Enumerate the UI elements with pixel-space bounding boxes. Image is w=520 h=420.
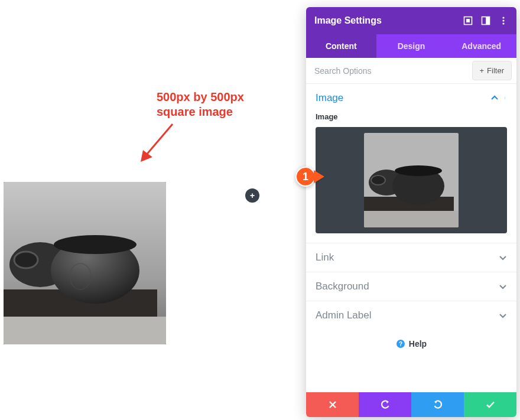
panel-title: Image Settings (314, 15, 382, 26)
svg-point-26 (395, 165, 442, 176)
chevron-up-icon (490, 94, 499, 102)
section-image-content: Image (306, 112, 516, 243)
check-icon (486, 400, 495, 409)
section-title: Image (316, 92, 343, 104)
section-title: Link (316, 252, 334, 263)
search-input[interactable] (306, 59, 472, 83)
callout-marker: 1 (295, 167, 324, 187)
chevron-down-icon (499, 311, 507, 320)
svg-rect-13 (486, 17, 489, 25)
section-image-header[interactable]: Image (306, 84, 516, 112)
svg-point-19 (505, 99, 505, 99)
save-button[interactable] (464, 392, 516, 417)
panel-header[interactable]: Image Settings (306, 7, 516, 34)
annotation-text: 500px by 500pxsquare image (157, 90, 244, 119)
canvas-area: 500px by 500pxsquare image + (0, 0, 304, 420)
image-upload-box[interactable] (316, 127, 507, 233)
callout-arrow-icon (314, 170, 324, 183)
more-icon[interactable] (499, 16, 508, 25)
chevron-down-icon (499, 253, 507, 262)
filter-label: Filter (487, 66, 504, 75)
settings-panel: Image Settings Content Design Advanced +… (306, 7, 516, 417)
more-icon[interactable] (505, 94, 507, 102)
svg-point-16 (502, 22, 504, 24)
help-button[interactable]: ? Help (396, 339, 427, 349)
svg-text:?: ? (399, 341, 402, 347)
cancel-button[interactable] (306, 392, 359, 417)
tab-advanced[interactable]: Advanced (446, 34, 516, 58)
svg-point-15 (502, 19, 504, 21)
svg-point-6 (14, 252, 38, 268)
tab-content[interactable]: Content (306, 34, 376, 58)
redo-icon (433, 400, 443, 409)
svg-point-18 (505, 98, 505, 99)
svg-marker-1 (141, 150, 152, 162)
chevron-down-icon (499, 282, 507, 291)
help-label: Help (409, 339, 427, 349)
panel-footer (306, 392, 516, 417)
svg-point-14 (502, 17, 504, 18)
section-admin-label-header[interactable]: Admin Label (306, 301, 516, 330)
search-row: + Filter (306, 58, 516, 84)
section-title: Background (316, 281, 369, 292)
plus-icon: + (250, 191, 255, 200)
section-title: Admin Label (316, 310, 372, 321)
close-icon (329, 401, 337, 409)
panel-tabs: Content Design Advanced (306, 34, 516, 58)
svg-point-17 (505, 97, 505, 97)
svg-rect-11 (466, 19, 470, 22)
svg-point-24 (371, 175, 385, 185)
svg-rect-4 (4, 317, 166, 344)
svg-rect-22 (364, 211, 459, 227)
expand-icon[interactable] (463, 16, 473, 25)
image-thumbnail (364, 133, 459, 227)
panel-body: Image Image Link (306, 84, 516, 392)
undo-icon (381, 400, 390, 409)
redo-button[interactable] (411, 392, 464, 417)
add-module-button[interactable]: + (245, 188, 259, 203)
help-icon: ? (396, 339, 405, 349)
panel-header-actions (463, 16, 508, 25)
tab-design[interactable]: Design (376, 34, 447, 58)
section-background-header[interactable]: Background (306, 272, 516, 301)
svg-line-0 (145, 124, 173, 156)
plus-icon: + (480, 66, 485, 75)
undo-button[interactable] (359, 392, 411, 417)
section-link-header[interactable]: Link (306, 243, 516, 272)
filter-button[interactable]: + Filter (472, 61, 512, 80)
dock-icon[interactable] (481, 16, 490, 25)
callout-label: 1 (295, 167, 316, 187)
svg-point-8 (54, 235, 136, 254)
canvas-preview-image[interactable] (4, 182, 166, 344)
image-field-label: Image (316, 112, 507, 121)
help-row: ? Help (306, 330, 516, 360)
annotation-arrow-icon (137, 119, 178, 165)
